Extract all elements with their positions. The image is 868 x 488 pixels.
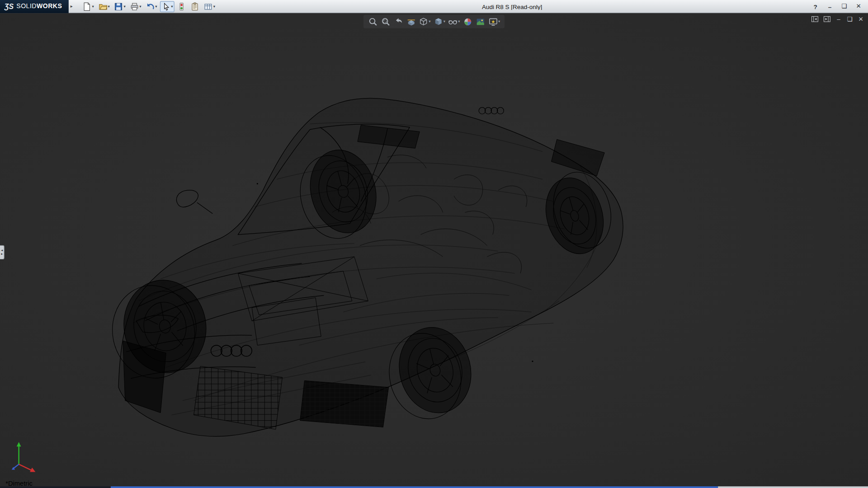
logo-text-works: WORKS (37, 3, 62, 9)
minimize-window-icon[interactable]: – (826, 3, 834, 10)
dropdown-arrow-icon[interactable]: ▾ (155, 4, 157, 9)
zoom-fit-icon[interactable] (367, 16, 378, 27)
restore-doc-icon[interactable]: ❏ (846, 16, 853, 22)
sketch-clipboard-icon[interactable] (189, 1, 201, 12)
icon-glyph (488, 17, 498, 26)
icon-glyph (130, 2, 139, 11)
icon-glyph (99, 2, 108, 11)
icon-glyph (177, 2, 186, 11)
close-doc-icon[interactable]: ✕ (858, 16, 864, 22)
dropdown-arrow-icon[interactable]: ▾ (458, 19, 460, 24)
view-orientation-label: *Dimetric (5, 480, 33, 487)
pane-toggle-right-icon[interactable] (823, 15, 831, 23)
dropdown-arrow-icon[interactable]: ▾ (443, 19, 445, 24)
triad-z-axis (14, 464, 19, 468)
car-wireframe-model (0, 13, 868, 486)
icon-glyph (823, 15, 831, 23)
dropdown-arrow-icon[interactable]: ▾ (213, 4, 215, 9)
solidworks-logo-text: SOLIDWORKS (16, 3, 62, 9)
dropdown-arrow-icon[interactable]: ▾ (139, 4, 141, 9)
icon-glyph (394, 17, 403, 26)
dropdown-arrow-icon[interactable]: ▾ (171, 4, 173, 9)
new-document-icon[interactable]: ▾ (81, 1, 95, 12)
pane-toggle-left-icon[interactable] (811, 15, 819, 23)
taskbar-segment-light[interactable] (718, 486, 868, 488)
options-icon[interactable]: ▾ (202, 1, 217, 12)
headsup-view-toolbar: ▾▾▾▾ (363, 15, 505, 28)
logo-text-solid: SOLID (16, 3, 37, 9)
taskbar-segment-blue[interactable] (111, 486, 718, 488)
main-toolbar: ▾▾▾▾▾▾▾ (81, 1, 217, 12)
audi-rings-rear (479, 108, 504, 114)
undo-icon[interactable]: ▾ (144, 1, 159, 12)
icon-glyph (114, 2, 123, 11)
car-body (118, 98, 623, 436)
panel-splitter-tab[interactable]: ◄ ► (0, 245, 5, 259)
view-orientation-icon[interactable]: ▾ (418, 16, 431, 27)
triad-x-axis (19, 464, 32, 470)
splitter-left-arrow-icon[interactable]: ◄ (0, 249, 3, 253)
splitter-right-arrow-icon[interactable]: ► (0, 252, 3, 256)
toolbar-overflow-arrow-icon[interactable]: ▸ (71, 4, 73, 9)
titlebar-controls: ?–❏✕ (811, 3, 863, 10)
dropdown-arrow-icon[interactable]: ▾ (123, 4, 125, 9)
triad-y-arrow (17, 442, 21, 446)
icon-glyph (83, 2, 92, 11)
save-icon[interactable]: ▾ (113, 1, 127, 12)
icon-glyph (368, 17, 377, 26)
select-icon[interactable]: ▾ (160, 1, 175, 12)
view-settings-icon[interactable]: ▾ (488, 16, 501, 27)
solidworks-logo: ƷS SOLIDWORKS (0, 0, 69, 13)
dropdown-arrow-icon[interactable]: ▾ (108, 4, 109, 9)
dropdown-arrow-icon[interactable]: ▾ (498, 19, 500, 24)
print-icon[interactable]: ▾ (128, 1, 143, 12)
apply-scene-icon[interactable] (475, 16, 486, 27)
minimize-doc-icon[interactable]: – (835, 16, 842, 22)
solidworks-window: ƷS SOLIDWORKS ▸ ▾▾▾▾▾▾▾ Audi R8 S [Read-… (0, 0, 868, 488)
icon-glyph (476, 17, 485, 26)
icon-glyph (448, 17, 458, 26)
orientation-triad (7, 441, 38, 474)
graphics-viewport[interactable]: ▾▾▾▾ –❏✕ ◄ ► *Dimetric (0, 13, 868, 486)
taskbar-segment-dark[interactable] (0, 486, 111, 488)
icon-glyph (191, 2, 200, 11)
icon-glyph (146, 2, 155, 11)
open-icon[interactable]: ▾ (97, 1, 111, 12)
dropdown-arrow-icon[interactable]: ▾ (429, 19, 430, 24)
help-icon[interactable]: ? (811, 3, 819, 10)
close-window-icon[interactable]: ✕ (855, 3, 863, 10)
previous-view-icon[interactable] (393, 16, 404, 27)
ds-logo-mark: ƷS (5, 3, 14, 10)
dropdown-arrow-icon[interactable]: ▾ (92, 4, 94, 9)
section-view-icon[interactable] (406, 16, 416, 27)
appearance-swatch-icon[interactable] (176, 1, 188, 12)
titlebar: ƷS SOLIDWORKS ▸ ▾▾▾▾▾▾▾ Audi R8 S [Read-… (0, 0, 868, 13)
display-style-icon[interactable]: ▾ (433, 16, 446, 27)
viewport-window-controls: –❏✕ (811, 15, 864, 23)
icon-glyph (381, 17, 390, 26)
icon-glyph (406, 17, 416, 26)
icon-glyph (161, 2, 170, 11)
zoom-area-icon[interactable] (380, 16, 391, 27)
window-title: Audi R8 S [Read-only] (217, 3, 807, 10)
icon-glyph (463, 17, 472, 26)
hide-show-items-icon[interactable]: ▾ (448, 16, 461, 27)
icon-glyph (204, 2, 213, 11)
maximize-window-icon[interactable]: ❏ (840, 3, 848, 10)
edit-appearance-icon[interactable] (462, 16, 473, 27)
taskbar-sliver[interactable] (0, 486, 868, 488)
icon-glyph (811, 15, 819, 23)
icon-glyph (419, 17, 428, 26)
icon-glyph (434, 17, 443, 26)
